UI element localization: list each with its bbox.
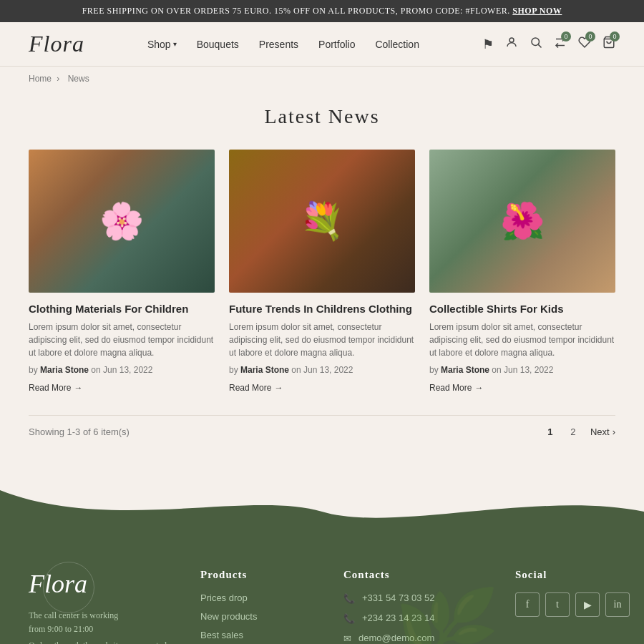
card-meta: by Maria Stone on Jun 13, 2022 — [229, 365, 415, 375]
nav-bouquets[interactable]: Bouquets — [197, 39, 239, 50]
footer-tagline-1: The call center is working — [29, 609, 186, 623]
main-content: Latest News 🌸 Clothing Materials For Chi… — [0, 91, 644, 483]
user-icon[interactable] — [505, 36, 518, 52]
footer-products-title: Products — [200, 569, 329, 581]
footer-products: Products Prices drop New products Best s… — [200, 569, 329, 644]
breadcrumb: Home › News — [0, 67, 644, 91]
svg-line-2 — [538, 44, 541, 47]
chevron-down-icon: ▾ — [173, 40, 177, 48]
footer-contacts: Contacts 📞 +331 54 73 03 52 📞 +234 23 14… — [343, 569, 501, 644]
footer-prices-drop[interactable]: Prices drop — [200, 592, 248, 603]
search-icon[interactable] — [530, 36, 542, 52]
banner-text: FREE SHIPPING ON OVER ORDERS 75 EURO. 15… — [82, 6, 510, 16]
showing-count: Showing 1-3 of 6 item(s) — [29, 426, 130, 437]
footer-products-links: Prices drop New products Best sales Site… — [200, 592, 329, 644]
card-date: Jun 13, 2022 — [303, 365, 353, 375]
news-card: 🌺 Collectible Shirts For Kids Lorem ipsu… — [429, 150, 615, 394]
svg-point-0 — [509, 38, 514, 42]
youtube-icon[interactable]: ▶ — [575, 592, 600, 617]
news-card: 🌸 Clothing Materials For Children Lorem … — [29, 150, 215, 394]
footer-tagline-2: from 9:00 to 21:00 — [29, 623, 186, 636]
page-title: Latest News — [29, 105, 615, 128]
card-date: Jun 13, 2022 — [103, 365, 152, 375]
footer-logo: Flora — [29, 569, 186, 599]
contact-phone-2: 📞 +234 23 14 23 14 — [343, 613, 501, 624]
wave-divider — [0, 490, 644, 533]
cart-badge: 0 — [610, 31, 620, 42]
news-card: 💐 Future Trends In Childrens Clothing Lo… — [229, 150, 415, 394]
compare-icon[interactable]: 0 — [554, 36, 567, 52]
card-title: Collectible Shirts For Kids — [429, 303, 615, 315]
header-icons: ⚑ 0 0 0 — [482, 36, 615, 52]
footer-social: Social f t ▶ in — [515, 569, 630, 644]
footer-contacts-title: Contacts — [343, 569, 501, 581]
nav-presents[interactable]: Presents — [259, 39, 298, 50]
card-excerpt: Lorem ipsum dolor sit amet, consectetur … — [429, 321, 615, 359]
cart-icon[interactable]: 0 — [602, 36, 615, 52]
card-date: Jun 13, 2022 — [504, 365, 553, 375]
main-nav: Shop ▾ Bouquets Presents Portfolio Colle… — [147, 39, 419, 50]
footer-tagline-3: Orders through the website are accepted … — [29, 639, 186, 644]
nav-portfolio[interactable]: Portfolio — [318, 39, 355, 50]
nav-collection[interactable]: Collection — [375, 39, 419, 50]
facebook-icon[interactable]: f — [515, 592, 540, 617]
card-meta: by Maria Stone on Jun 13, 2022 — [429, 365, 615, 375]
footer-best-sales[interactable]: Best sales — [200, 630, 243, 640]
card-title: Clothing Materials For Children — [29, 303, 215, 315]
twitter-icon[interactable]: t — [545, 592, 570, 617]
next-button[interactable]: Next › — [590, 426, 615, 437]
card-author: Maria Stone — [40, 365, 89, 375]
flag-icon[interactable]: ⚑ — [482, 36, 494, 52]
card-author: Maria Stone — [441, 365, 489, 375]
arrow-right-icon: › — [613, 426, 615, 437]
footer: Flora The call center is working from 9:… — [0, 533, 644, 644]
breadcrumb-separator: › — [57, 74, 62, 84]
card-excerpt: Lorem ipsum dolor sit amet, consectetur … — [229, 321, 415, 359]
arrow-right-icon: → — [474, 383, 483, 393]
instagram-icon[interactable]: in — [605, 592, 630, 617]
arrow-right-icon: → — [74, 383, 82, 393]
pagination-area: Showing 1-3 of 6 item(s) 1 2 Next › — [29, 415, 615, 454]
page-1-button[interactable]: 1 — [542, 423, 559, 440]
contact-phone-1: 📞 +331 54 73 03 52 — [343, 592, 501, 604]
nav-shop[interactable]: Shop ▾ — [147, 39, 177, 50]
read-more-link[interactable]: Read More → — [429, 383, 483, 393]
news-card-image: 🌺 — [429, 150, 615, 293]
phone-icon: 📞 — [343, 613, 355, 624]
footer-grid: Flora The call center is working from 9:… — [29, 569, 615, 644]
news-card-image: 🌸 — [29, 150, 215, 293]
news-grid: 🌸 Clothing Materials For Children Lorem … — [29, 150, 615, 394]
pagination-numbers: 1 2 — [542, 423, 582, 440]
breadcrumb-current: News — [68, 74, 89, 84]
read-more-link[interactable]: Read More → — [229, 383, 283, 393]
shop-now-button[interactable]: SHOP NOW — [512, 6, 562, 16]
social-icons: f t ▶ in — [515, 592, 630, 617]
footer-new-products[interactable]: New products — [200, 611, 257, 622]
news-card-image: 💐 — [229, 150, 415, 293]
wishlist-icon[interactable]: 0 — [578, 36, 591, 52]
contact-email: ✉ demo@demo.com — [343, 633, 501, 644]
footer-social-title: Social — [515, 569, 630, 581]
card-meta: by Maria Stone on Jun 13, 2022 — [29, 365, 215, 375]
wishlist-badge: 0 — [585, 31, 595, 42]
phone-icon: 📞 — [343, 593, 355, 604]
breadcrumb-home[interactable]: Home — [29, 74, 52, 84]
compare-badge: 0 — [561, 31, 571, 42]
arrow-right-icon: → — [274, 383, 283, 393]
card-author: Maria Stone — [240, 365, 289, 375]
email-icon: ✉ — [343, 633, 351, 644]
card-excerpt: Lorem ipsum dolor sit amet, consectetur … — [29, 321, 215, 359]
site-logo[interactable]: Flora — [29, 31, 84, 57]
page-2-button[interactable]: 2 — [565, 423, 582, 440]
card-title: Future Trends In Childrens Clothing — [229, 303, 415, 315]
site-header: Flora Shop ▾ Bouquets Presents Portfolio… — [0, 22, 644, 67]
read-more-link[interactable]: Read More → — [29, 383, 82, 393]
footer-brand: Flora The call center is working from 9:… — [29, 569, 186, 644]
svg-point-1 — [532, 38, 540, 46]
promo-banner: FREE SHIPPING ON OVER ORDERS 75 EURO. 15… — [0, 0, 644, 22]
